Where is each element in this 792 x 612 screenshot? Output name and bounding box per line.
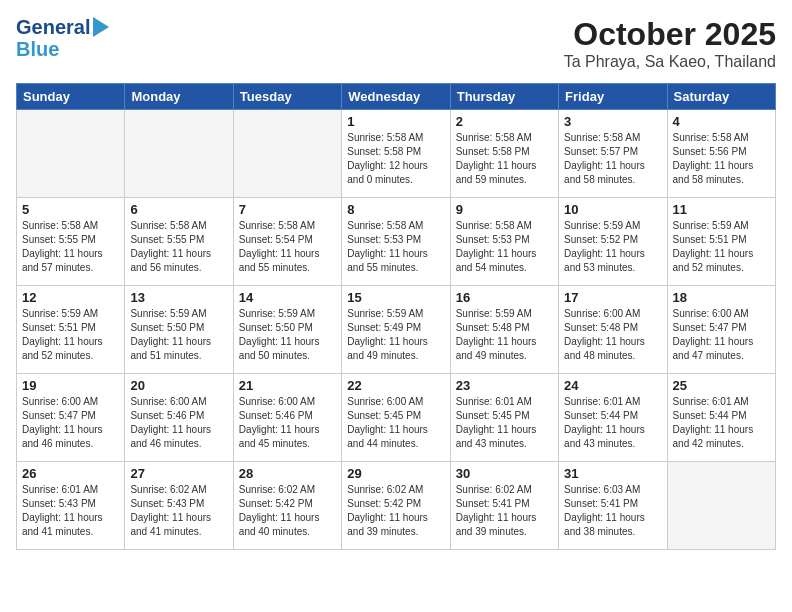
day-number: 24 (564, 378, 661, 393)
day-info: Sunrise: 6:03 AM Sunset: 5:41 PM Dayligh… (564, 483, 661, 539)
day-number: 13 (130, 290, 227, 305)
day-number: 6 (130, 202, 227, 217)
day-cell-21: 21Sunrise: 6:00 AM Sunset: 5:46 PM Dayli… (233, 374, 341, 462)
day-cell-14: 14Sunrise: 5:59 AM Sunset: 5:50 PM Dayli… (233, 286, 341, 374)
day-info: Sunrise: 5:59 AM Sunset: 5:50 PM Dayligh… (130, 307, 227, 363)
day-cell-1: 1Sunrise: 5:58 AM Sunset: 5:58 PM Daylig… (342, 110, 450, 198)
day-number: 27 (130, 466, 227, 481)
day-number: 7 (239, 202, 336, 217)
day-info: Sunrise: 5:58 AM Sunset: 5:55 PM Dayligh… (22, 219, 119, 275)
day-info: Sunrise: 6:00 AM Sunset: 5:47 PM Dayligh… (673, 307, 770, 363)
empty-cell (667, 462, 775, 550)
day-number: 31 (564, 466, 661, 481)
day-info: Sunrise: 5:58 AM Sunset: 5:57 PM Dayligh… (564, 131, 661, 187)
day-cell-23: 23Sunrise: 6:01 AM Sunset: 5:45 PM Dayli… (450, 374, 558, 462)
day-number: 10 (564, 202, 661, 217)
header: General Blue October 2025 Ta Phraya, Sa … (16, 16, 776, 71)
week-row-4: 19Sunrise: 6:00 AM Sunset: 5:47 PM Dayli… (17, 374, 776, 462)
day-cell-20: 20Sunrise: 6:00 AM Sunset: 5:46 PM Dayli… (125, 374, 233, 462)
day-cell-6: 6Sunrise: 5:58 AM Sunset: 5:55 PM Daylig… (125, 198, 233, 286)
week-row-5: 26Sunrise: 6:01 AM Sunset: 5:43 PM Dayli… (17, 462, 776, 550)
day-number: 12 (22, 290, 119, 305)
day-cell-17: 17Sunrise: 6:00 AM Sunset: 5:48 PM Dayli… (559, 286, 667, 374)
week-row-1: 1Sunrise: 5:58 AM Sunset: 5:58 PM Daylig… (17, 110, 776, 198)
day-info: Sunrise: 6:01 AM Sunset: 5:44 PM Dayligh… (673, 395, 770, 451)
logo-general: General (16, 16, 90, 38)
day-number: 17 (564, 290, 661, 305)
day-cell-24: 24Sunrise: 6:01 AM Sunset: 5:44 PM Dayli… (559, 374, 667, 462)
weekday-header-sunday: Sunday (17, 84, 125, 110)
day-number: 15 (347, 290, 444, 305)
day-info: Sunrise: 6:01 AM Sunset: 5:44 PM Dayligh… (564, 395, 661, 451)
day-cell-29: 29Sunrise: 6:02 AM Sunset: 5:42 PM Dayli… (342, 462, 450, 550)
day-number: 1 (347, 114, 444, 129)
day-cell-30: 30Sunrise: 6:02 AM Sunset: 5:41 PM Dayli… (450, 462, 558, 550)
day-cell-7: 7Sunrise: 5:58 AM Sunset: 5:54 PM Daylig… (233, 198, 341, 286)
empty-cell (125, 110, 233, 198)
day-number: 21 (239, 378, 336, 393)
day-number: 11 (673, 202, 770, 217)
day-cell-25: 25Sunrise: 6:01 AM Sunset: 5:44 PM Dayli… (667, 374, 775, 462)
day-info: Sunrise: 5:59 AM Sunset: 5:52 PM Dayligh… (564, 219, 661, 275)
day-info: Sunrise: 6:00 AM Sunset: 5:47 PM Dayligh… (22, 395, 119, 451)
calendar: SundayMondayTuesdayWednesdayThursdayFrid… (16, 83, 776, 550)
day-info: Sunrise: 6:00 AM Sunset: 5:48 PM Dayligh… (564, 307, 661, 363)
day-number: 20 (130, 378, 227, 393)
day-cell-28: 28Sunrise: 6:02 AM Sunset: 5:42 PM Dayli… (233, 462, 341, 550)
day-info: Sunrise: 6:00 AM Sunset: 5:45 PM Dayligh… (347, 395, 444, 451)
day-cell-12: 12Sunrise: 5:59 AM Sunset: 5:51 PM Dayli… (17, 286, 125, 374)
day-cell-27: 27Sunrise: 6:02 AM Sunset: 5:43 PM Dayli… (125, 462, 233, 550)
location-title: Ta Phraya, Sa Kaeo, Thailand (564, 53, 776, 71)
empty-cell (17, 110, 125, 198)
day-info: Sunrise: 6:00 AM Sunset: 5:46 PM Dayligh… (239, 395, 336, 451)
weekday-header-monday: Monday (125, 84, 233, 110)
day-info: Sunrise: 5:59 AM Sunset: 5:48 PM Dayligh… (456, 307, 553, 363)
day-cell-19: 19Sunrise: 6:00 AM Sunset: 5:47 PM Dayli… (17, 374, 125, 462)
weekday-header-thursday: Thursday (450, 84, 558, 110)
day-cell-16: 16Sunrise: 5:59 AM Sunset: 5:48 PM Dayli… (450, 286, 558, 374)
day-cell-11: 11Sunrise: 5:59 AM Sunset: 5:51 PM Dayli… (667, 198, 775, 286)
day-cell-9: 9Sunrise: 5:58 AM Sunset: 5:53 PM Daylig… (450, 198, 558, 286)
day-number: 5 (22, 202, 119, 217)
empty-cell (233, 110, 341, 198)
day-number: 2 (456, 114, 553, 129)
logo-arrow-icon (93, 17, 109, 37)
day-number: 22 (347, 378, 444, 393)
month-title: October 2025 (564, 16, 776, 53)
week-row-3: 12Sunrise: 5:59 AM Sunset: 5:51 PM Dayli… (17, 286, 776, 374)
day-number: 3 (564, 114, 661, 129)
day-info: Sunrise: 6:02 AM Sunset: 5:41 PM Dayligh… (456, 483, 553, 539)
day-info: Sunrise: 5:59 AM Sunset: 5:49 PM Dayligh… (347, 307, 444, 363)
logo-blue: Blue (16, 38, 59, 60)
week-row-2: 5Sunrise: 5:58 AM Sunset: 5:55 PM Daylig… (17, 198, 776, 286)
day-number: 9 (456, 202, 553, 217)
day-cell-10: 10Sunrise: 5:59 AM Sunset: 5:52 PM Dayli… (559, 198, 667, 286)
day-number: 8 (347, 202, 444, 217)
day-info: Sunrise: 5:58 AM Sunset: 5:56 PM Dayligh… (673, 131, 770, 187)
day-cell-26: 26Sunrise: 6:01 AM Sunset: 5:43 PM Dayli… (17, 462, 125, 550)
day-number: 19 (22, 378, 119, 393)
day-info: Sunrise: 6:02 AM Sunset: 5:43 PM Dayligh… (130, 483, 227, 539)
day-cell-13: 13Sunrise: 5:59 AM Sunset: 5:50 PM Dayli… (125, 286, 233, 374)
day-cell-31: 31Sunrise: 6:03 AM Sunset: 5:41 PM Dayli… (559, 462, 667, 550)
day-info: Sunrise: 5:59 AM Sunset: 5:51 PM Dayligh… (673, 219, 770, 275)
day-cell-22: 22Sunrise: 6:00 AM Sunset: 5:45 PM Dayli… (342, 374, 450, 462)
day-number: 23 (456, 378, 553, 393)
day-info: Sunrise: 5:59 AM Sunset: 5:50 PM Dayligh… (239, 307, 336, 363)
day-number: 14 (239, 290, 336, 305)
weekday-header-row: SundayMondayTuesdayWednesdayThursdayFrid… (17, 84, 776, 110)
day-info: Sunrise: 5:58 AM Sunset: 5:53 PM Dayligh… (347, 219, 444, 275)
weekday-header-tuesday: Tuesday (233, 84, 341, 110)
day-cell-18: 18Sunrise: 6:00 AM Sunset: 5:47 PM Dayli… (667, 286, 775, 374)
logo: General Blue (16, 16, 109, 60)
day-number: 26 (22, 466, 119, 481)
day-number: 28 (239, 466, 336, 481)
day-number: 25 (673, 378, 770, 393)
day-number: 30 (456, 466, 553, 481)
day-info: Sunrise: 5:58 AM Sunset: 5:54 PM Dayligh… (239, 219, 336, 275)
day-number: 29 (347, 466, 444, 481)
day-info: Sunrise: 5:58 AM Sunset: 5:58 PM Dayligh… (347, 131, 444, 187)
day-info: Sunrise: 6:00 AM Sunset: 5:46 PM Dayligh… (130, 395, 227, 451)
day-info: Sunrise: 5:58 AM Sunset: 5:58 PM Dayligh… (456, 131, 553, 187)
day-info: Sunrise: 5:59 AM Sunset: 5:51 PM Dayligh… (22, 307, 119, 363)
